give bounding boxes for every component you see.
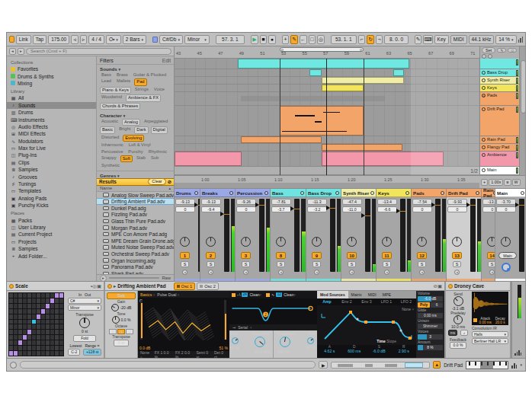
- solo-button[interactable]: S: [242, 261, 250, 267]
- attack-on-icon[interactable]: [473, 318, 477, 322]
- peak-level-field[interactable]: -9.93: [447, 199, 467, 205]
- computer-midi-keyboard-button[interactable]: ⌨: [423, 35, 432, 44]
- env-mod-select[interactable]: None ▾: [402, 307, 414, 311]
- volume-fader[interactable]: [365, 199, 370, 272]
- tempo-field[interactable]: 175.00: [48, 35, 69, 44]
- pan-knob[interactable]: [276, 237, 286, 247]
- monitor-icon[interactable]: [482, 138, 486, 142]
- scale-grid-cell[interactable]: [27, 309, 31, 314]
- gain-field[interactable]: -3.7: [271, 206, 291, 212]
- scale-grid-cell[interactable]: [23, 309, 27, 314]
- group-clock-icon[interactable]: ◷: [482, 94, 486, 97]
- library-header[interactable]: Library: [7, 87, 96, 94]
- time-toggle[interactable]: Time: [377, 339, 386, 343]
- ir-waveform-display[interactable]: [472, 292, 508, 316]
- scale-grid-cell[interactable]: [23, 340, 27, 345]
- arrangement-clip[interactable]: [280, 106, 364, 136]
- sort-icon[interactable]: ▴: [168, 186, 171, 190]
- scale-grid-cell[interactable]: [14, 330, 18, 334]
- scale-grid-cell[interactable]: [55, 324, 59, 329]
- link-button[interactable]: Link: [16, 35, 31, 44]
- gain-field[interactable]: 0: [482, 206, 495, 212]
- transpose-field[interactable]: 0 st: [114, 340, 129, 346]
- draw-mode-button[interactable]: ✎: [415, 35, 422, 44]
- track-header[interactable]: Breaks: [200, 189, 235, 197]
- scale-grid-cell[interactable]: [50, 340, 54, 345]
- lowest-field[interactable]: C-2: [68, 349, 80, 356]
- filter-chip[interactable]: Evolving: [123, 135, 144, 142]
- scale-grid-cell[interactable]: [14, 351, 18, 356]
- peak-level-field[interactable]: -3.70: [496, 199, 516, 205]
- scale-mode-icon[interactable]: [152, 37, 158, 43]
- arm-record-button[interactable]: [349, 270, 354, 275]
- scale-grid-cell[interactable]: [59, 304, 63, 308]
- filter-chip[interactable]: Voice: [152, 87, 166, 94]
- scale-grid-cell[interactable]: [27, 335, 31, 340]
- track-header[interactable]: Synth Riser: [341, 189, 376, 197]
- volume-fader[interactable]: [259, 199, 264, 272]
- arm-record-button[interactable]: [208, 270, 213, 275]
- solo-button[interactable]: S: [277, 261, 285, 267]
- raw-button[interactable]: Raw: [162, 276, 171, 280]
- filter-chip[interactable]: Dark: [134, 126, 148, 133]
- volume-fader[interactable]: [400, 199, 405, 272]
- filter-chip[interactable]: Strings: [133, 87, 150, 94]
- browser-result-item[interactable]: Panorama Pad.adv: [97, 263, 174, 270]
- scale-grid-cell[interactable]: [41, 330, 45, 334]
- filter-chip[interactable]: Rhythmic: [147, 149, 168, 155]
- filter2-slope[interactable]: 12: [276, 292, 282, 297]
- scale-grid-cell[interactable]: [18, 320, 22, 324]
- mixer-track-strip[interactable]: Breaks -9.13 -9.4 6061218243036424860 2 …: [200, 189, 236, 281]
- scale-grid-cell[interactable]: [46, 346, 50, 350]
- scale-grid-cell[interactable]: [23, 320, 27, 324]
- peak-level-field[interactable]: -13.3: [482, 199, 495, 205]
- filter-chip[interactable]: Soft: [120, 155, 133, 162]
- pan-knob[interactable]: [206, 237, 216, 247]
- scale-grid-cell[interactable]: [14, 320, 18, 324]
- meter-bars-icon[interactable]: [514, 350, 521, 356]
- push-indicator[interactable]: [9, 36, 14, 43]
- scale-grid-cell[interactable]: [46, 298, 50, 303]
- scale-grid-cell[interactable]: [37, 304, 40, 308]
- scale-grid-cell[interactable]: [46, 330, 50, 334]
- browser-result-item[interactable]: MPE Con Amore Pad.adg: [97, 231, 174, 238]
- scale-grid-cell[interactable]: [59, 293, 63, 298]
- scale-grid-cell[interactable]: [23, 330, 27, 334]
- scale-grid-cell[interactable]: [37, 298, 40, 303]
- scale-grid-cell[interactable]: [37, 324, 40, 329]
- monitor-icon[interactable]: [482, 168, 486, 172]
- voice-count-select[interactable]: 6: [431, 302, 443, 308]
- solo-button[interactable]: S: [207, 261, 215, 267]
- mod-tab[interactable]: Matrix: [348, 291, 365, 298]
- scale-grid-cell[interactable]: [9, 298, 13, 303]
- scale-grid-cell[interactable]: [14, 309, 18, 314]
- peak-level-field[interactable]: -7.54: [412, 199, 432, 205]
- scale-grid-cell[interactable]: [32, 324, 36, 329]
- browser-result-item[interactable]: Muted Noise Sweep Pad.adv: [97, 244, 174, 251]
- scale-grid-cell[interactable]: [59, 346, 63, 350]
- range-field[interactable]: +128 st: [83, 349, 101, 356]
- arrangement-track-header[interactable]: Main: [480, 167, 519, 175]
- sidebar-item-place[interactable]: ▭ Projects: [7, 238, 96, 245]
- res2-knob[interactable]: [307, 337, 314, 344]
- filter-chip[interactable]: Percussive: [100, 149, 124, 155]
- punch-in-button[interactable]: ⌐: [358, 35, 366, 44]
- scale-grid-cell[interactable]: [46, 324, 50, 329]
- pan-knob[interactable]: [501, 237, 511, 247]
- filter2-type-select[interactable]: Clean▾: [284, 292, 296, 297]
- scale-grid-cell[interactable]: [50, 293, 54, 298]
- pan-knob[interactable]: [417, 237, 427, 247]
- browser-result-item[interactable]: Glass Thin Pure Pad.adv: [97, 218, 174, 225]
- scale-grid-cell[interactable]: [41, 351, 45, 356]
- volume-fader[interactable]: [294, 199, 300, 272]
- loop-brace[interactable]: [280, 47, 364, 52]
- scale-grid-cell[interactable]: [27, 314, 31, 319]
- pan-knob[interactable]: [241, 237, 251, 247]
- arm-record-button[interactable]: [182, 270, 187, 275]
- arrangement-clip[interactable]: [238, 59, 409, 69]
- transpose-knob[interactable]: [79, 318, 90, 328]
- scale-grid-cell[interactable]: [14, 298, 18, 303]
- filter-chip[interactable]: Chords & Phrases: [100, 103, 140, 110]
- scale-grid-cell[interactable]: [18, 335, 22, 340]
- sidebar-item-library[interactable]: ♪ Grooves: [7, 173, 96, 180]
